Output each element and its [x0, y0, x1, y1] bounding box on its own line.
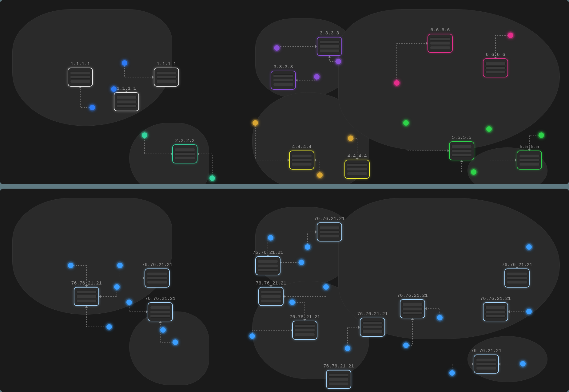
- user-location-dot: [317, 172, 323, 178]
- user-location-dot: [160, 327, 166, 333]
- user-location-dot: [539, 132, 544, 138]
- user-location-dot: [486, 126, 492, 132]
- server-ip-label: 1.1.1.1: [157, 61, 176, 67]
- server-icon: 1.1.1.1: [154, 68, 179, 87]
- server-icon: 6.6.6.6: [483, 58, 508, 77]
- server-ip-label: 4.4.4.4: [347, 154, 367, 159]
- server-ip-label: 76.76.21.21: [71, 281, 101, 286]
- server-ip-label: 3.3.3.3: [273, 65, 293, 70]
- user-location-dot: [117, 263, 123, 268]
- server-icon: 76.76.21.21: [317, 222, 342, 241]
- server-icon: 3.3.3.3: [271, 71, 296, 90]
- server-icon: 76.76.21.21: [74, 287, 99, 306]
- traditional-dns-map: 1.1.1.11.1.1.11.1.1.12.2.2.23.3.3.33.3.3…: [0, 0, 569, 184]
- user-location-dot: [68, 263, 74, 268]
- server-ip-label: 1.1.1.1: [117, 86, 136, 91]
- user-location-dot: [520, 361, 526, 367]
- server-ip-label: 76.76.21.21: [357, 312, 388, 317]
- server-ip-label: 76.76.21.21: [323, 364, 354, 369]
- server-icon: 76.76.21.21: [360, 318, 385, 337]
- server-icon: 76.76.21.21: [504, 269, 530, 288]
- server-ip-label: 76.76.21.21: [480, 296, 511, 301]
- user-location-dot: [114, 284, 120, 290]
- server-icon: 76.76.21.21: [292, 321, 317, 340]
- server-ip-label: 76.76.21.21: [397, 293, 428, 298]
- server-ip-label: 4.4.4.4: [292, 144, 311, 150]
- server-ip-label: 76.76.21.21: [289, 315, 320, 320]
- server-icon: 76.76.21.21: [483, 302, 508, 321]
- server-icon: 4.4.4.4: [289, 151, 314, 170]
- server-icon: 5.5.5.5: [517, 151, 542, 170]
- user-location-dot: [142, 132, 147, 138]
- user-location-dot: [111, 86, 117, 92]
- user-location-dot: [526, 244, 532, 250]
- server-icon: 76.76.21.21: [145, 269, 170, 288]
- user-location-dot: [299, 260, 304, 265]
- server-ip-label: 76.76.21.21: [142, 262, 172, 268]
- server-icon: 76.76.21.21: [255, 256, 281, 275]
- user-location-dot: [323, 284, 329, 290]
- server-ip-label: 76.76.21.21: [256, 281, 286, 286]
- user-location-dot: [209, 175, 215, 181]
- server-icon: 76.76.21.21: [258, 287, 284, 306]
- server-ip-label: 1.1.1.1: [70, 61, 90, 67]
- user-location-dot: [403, 343, 409, 348]
- user-location-dot: [253, 120, 258, 126]
- server-icon: 2.2.2.2: [172, 144, 197, 163]
- user-location-dot: [345, 346, 350, 351]
- user-location-dot: [268, 235, 273, 241]
- user-location-dot: [403, 120, 409, 126]
- user-location-dot: [526, 309, 532, 314]
- server-ip-label: 76.76.21.21: [502, 262, 532, 268]
- user-location-dot: [449, 370, 455, 376]
- server-icon: 5.5.5.5: [449, 141, 474, 160]
- server-ip-label: 3.3.3.3: [320, 31, 339, 36]
- server-icon: 76.76.21.21: [326, 370, 351, 389]
- user-location-dot: [90, 105, 95, 110]
- user-location-dot: [336, 59, 341, 64]
- server-ip-label: 5.5.5.5: [452, 135, 471, 140]
- server-ip-label: 6.6.6.6: [486, 52, 505, 57]
- user-location-dot: [305, 244, 310, 250]
- user-location-dot: [106, 324, 112, 330]
- anycast-dns-map: 76.76.21.2176.76.21.2176.76.21.2176.76.2…: [0, 189, 569, 392]
- server-ip-label: 76.76.21.21: [253, 250, 283, 255]
- server-ip-label: 6.6.6.6: [430, 28, 450, 33]
- server-icon: 1.1.1.1: [114, 92, 139, 111]
- server-ip-label: 5.5.5.5: [519, 144, 539, 150]
- server-icon: 76.76.21.21: [148, 302, 173, 321]
- world-map: [0, 0, 569, 184]
- server-icon: 76.76.21.21: [474, 355, 499, 374]
- user-location-dot: [471, 169, 476, 175]
- server-ip-label: 76.76.21.21: [145, 296, 175, 301]
- user-location-dot: [394, 80, 400, 86]
- user-location-dot: [437, 315, 443, 320]
- user-location-dot: [274, 45, 280, 51]
- user-location-dot: [122, 60, 127, 66]
- user-location-dot: [249, 333, 255, 339]
- server-icon: 4.4.4.4: [344, 160, 370, 179]
- server-icon: 1.1.1.1: [68, 68, 93, 87]
- server-icon: 6.6.6.6: [428, 34, 453, 53]
- user-location-dot: [314, 74, 320, 80]
- server-icon: 3.3.3.3: [317, 37, 342, 56]
- user-location-dot: [348, 135, 353, 141]
- user-location-dot: [508, 33, 513, 38]
- server-icon: 76.76.21.21: [400, 299, 425, 318]
- user-location-dot: [173, 339, 178, 345]
- server-ip-label: 76.76.21.21: [314, 216, 344, 221]
- user-location-dot: [289, 300, 295, 305]
- server-ip-label: 2.2.2.2: [175, 138, 194, 143]
- server-ip-label: 76.76.21.21: [471, 348, 501, 354]
- user-location-dot: [126, 300, 132, 305]
